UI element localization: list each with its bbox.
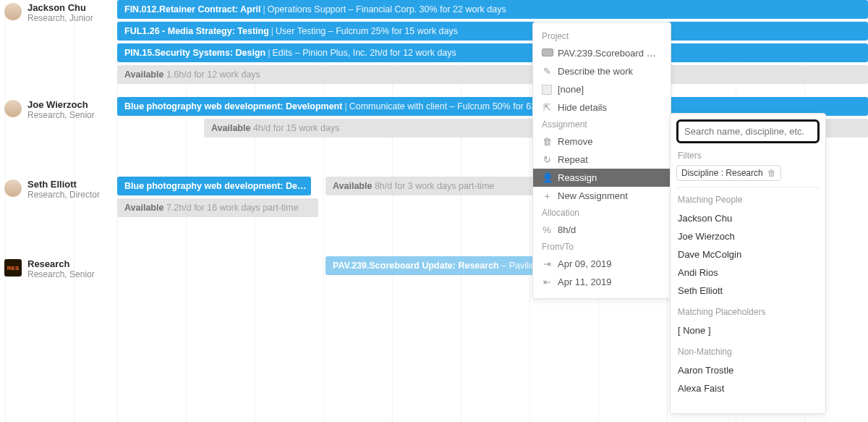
person-option[interactable]: Seth Elliott: [676, 282, 820, 300]
context-remove[interactable]: 🗑 Remove: [533, 132, 671, 151]
person-role: Research, Senior: [27, 269, 95, 279]
person-role: Research, Director: [27, 190, 100, 200]
context-date-from[interactable]: ⇥ Apr 09, 2019: [533, 255, 671, 273]
date-end-icon: ⇤: [542, 277, 552, 287]
person-option[interactable]: Joe Wierzoch: [676, 227, 820, 245]
available-bar[interactable]: Available 1.6h/d for 12 work days: [117, 65, 868, 84]
person-option[interactable]: Dave McColgin: [676, 245, 820, 263]
schedule-row: Jackson Chu Research, Junior FIN.012.Ret…: [0, 0, 868, 87]
remove-filter-icon[interactable]: 🗑: [767, 168, 776, 178]
percent-icon: %: [542, 225, 552, 235]
context-section-fromto: From/To: [533, 239, 671, 255]
pencil-icon: ✎: [542, 67, 552, 76]
person-name: Seth Elliott: [27, 180, 100, 190]
row-header: Seth Elliott Research, Director: [0, 177, 117, 203]
context-section-project: Project: [533, 28, 671, 44]
person-name: Jackson Chu: [27, 3, 93, 13]
reassign-panel: Filters Discipline : Research 🗑 Matching…: [670, 113, 826, 414]
assignment-bar[interactable]: PIN.15.Security Systems: Design|Edits – …: [117, 43, 868, 62]
matching-people-list: Jackson Chu Joe Wierzoch Dave McColgin A…: [676, 209, 820, 300]
context-repeat[interactable]: ↻ Repeat: [533, 151, 671, 169]
person-option[interactable]: Aaron Trostle: [676, 361, 820, 379]
avatar: [4, 180, 22, 197]
assignment-bar[interactable]: FUL1.26 - Media Strategy: Testing|User T…: [117, 22, 868, 41]
matching-placeholders-label: Matching Placeholders: [678, 307, 818, 317]
repeat-icon: ↻: [542, 155, 552, 164]
context-menu: Project PAV.239.Scoreboard Updat… ✎ Desc…: [532, 22, 671, 299]
color-swatch-icon: [542, 84, 552, 95]
project-icon: [542, 48, 552, 58]
assignment-bar[interactable]: FIN.012.Retainer Contract: April|Operati…: [117, 0, 868, 19]
date-start-icon: ⇥: [542, 259, 552, 269]
person-name: Joe Wierzoch: [27, 100, 95, 110]
matching-people-label: Matching People: [678, 195, 818, 205]
filter-chip[interactable]: Discipline : Research 🗑: [676, 165, 781, 181]
context-section-allocation: Allocation: [533, 205, 671, 221]
context-allocation[interactable]: % 8h/d: [533, 221, 671, 239]
collapse-icon: ⇱: [542, 103, 552, 112]
row-header: RES Research Research, Senior: [0, 256, 117, 282]
non-matching-label: Non-Matching: [678, 347, 818, 357]
context-describe[interactable]: ✎ Describe the work: [533, 62, 671, 80]
person-role: Research, Junior: [27, 13, 93, 23]
context-project-name[interactable]: PAV.239.Scoreboard Updat…: [533, 44, 671, 62]
avatar: RES: [4, 259, 22, 277]
plus-icon: ＋: [542, 191, 552, 201]
trash-icon: 🗑: [542, 137, 552, 146]
avatar: [4, 100, 22, 117]
filters-label: Filters: [678, 151, 818, 161]
row-header: Jackson Chu Research, Junior: [0, 0, 117, 26]
context-reassign[interactable]: 👤 Reassign: [533, 169, 671, 187]
available-bar[interactable]: Available 7.2h/d for 16 work days part-t…: [117, 198, 318, 217]
person-option[interactable]: Andi Rios: [676, 263, 820, 282]
context-hide-details[interactable]: ⇱ Hide details: [533, 98, 671, 117]
person-option[interactable]: Jackson Chu: [676, 209, 820, 227]
context-date-to[interactable]: ⇤ Apr 11, 2019: [533, 273, 671, 291]
context-section-assignment: Assignment: [533, 117, 671, 132]
assignment-bar[interactable]: Blue photography web development: De…: [117, 177, 311, 195]
person-name: Research: [27, 259, 95, 269]
context-tag[interactable]: [none]: [533, 80, 671, 98]
person-role: Research, Senior: [27, 110, 95, 120]
context-new-assignment[interactable]: ＋ New Assignment: [533, 187, 671, 205]
person-icon: 👤: [542, 173, 552, 182]
row-header: Joe Wierzoch Research, Senior: [0, 97, 117, 123]
schedule-lane: FIN.012.Retainer Contract: April|Operati…: [117, 0, 868, 87]
avatar: [4, 3, 22, 20]
placeholder-option[interactable]: [ None ]: [676, 321, 820, 339]
available-bar[interactable]: Available 8h/d for 3 work days part-time: [326, 177, 537, 195]
reassign-search-input[interactable]: [676, 119, 820, 143]
person-option[interactable]: Alexa Faist: [676, 379, 820, 397]
